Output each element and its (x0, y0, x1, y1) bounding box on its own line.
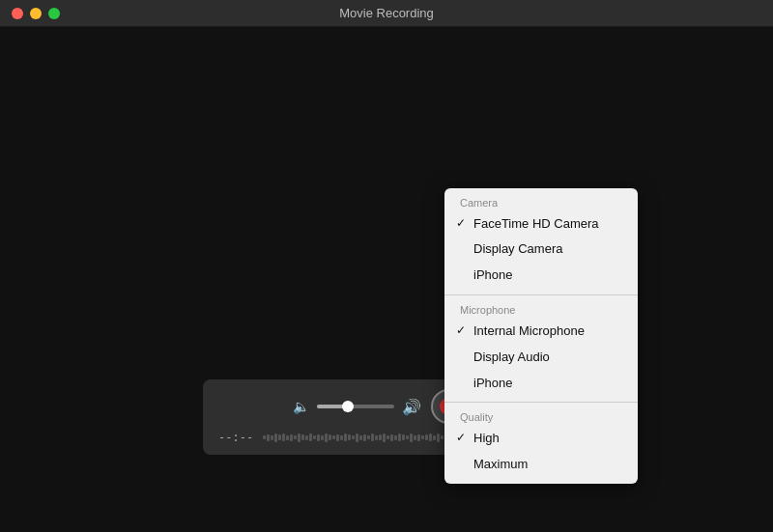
audio-bar (386, 435, 389, 439)
microphone-item-iphone[interactable]: iPhone (444, 371, 638, 397)
audio-bar (294, 435, 297, 439)
volume-high-icon: 🔊 (402, 398, 421, 416)
audio-bar (344, 434, 347, 441)
camera-item-display[interactable]: Display Camera (444, 237, 638, 263)
audio-bar (367, 435, 370, 439)
maximize-button[interactable] (48, 8, 60, 19)
audio-bar (290, 434, 293, 441)
audio-bar (410, 434, 413, 442)
audio-bar (321, 435, 324, 440)
volume-knob[interactable] (342, 401, 354, 412)
audio-bar (286, 435, 289, 440)
title-bar: Movie Recording (0, 0, 773, 27)
audio-bar (441, 435, 444, 439)
camera-header: Camera (444, 194, 638, 211)
audio-bar (325, 434, 328, 442)
audio-bar (301, 434, 304, 440)
audio-bar (329, 434, 331, 440)
audio-bar (429, 434, 432, 441)
quality-header: Quality (444, 408, 638, 426)
volume-section: 🔈 🔊 (293, 398, 421, 416)
time-display: --:-- (218, 431, 253, 444)
audio-bar (375, 435, 378, 440)
audio-bar (332, 435, 335, 439)
audio-bar (267, 434, 270, 441)
microphone-section: Microphone Internal Microphone Display A… (444, 295, 638, 403)
microphone-item-internal[interactable]: Internal Microphone (444, 319, 638, 345)
audio-bar (363, 434, 366, 441)
audio-bar (406, 435, 409, 439)
audio-bar (383, 434, 386, 442)
audio-bar (313, 435, 316, 439)
camera-section: Camera FaceTime HD Camera Display Camera… (444, 188, 638, 295)
audio-bar (398, 434, 401, 441)
camera-item-iphone[interactable]: iPhone (444, 263, 638, 289)
microphone-item-display-audio[interactable]: Display Audio (444, 345, 638, 371)
audio-bar (263, 435, 266, 439)
audio-bar (417, 434, 420, 441)
audio-bar (394, 435, 397, 440)
audio-bar (340, 435, 343, 440)
audio-bar (390, 434, 393, 441)
audio-bar (348, 434, 351, 440)
audio-bar (274, 434, 277, 442)
audio-bar (414, 435, 416, 440)
audio-bar (309, 434, 312, 441)
volume-slider[interactable] (317, 405, 394, 408)
audio-bar (317, 434, 320, 441)
close-button[interactable] (12, 8, 23, 19)
audio-bar (336, 434, 339, 441)
quality-item-maximum[interactable]: Maximum (444, 452, 638, 478)
audio-bar (356, 434, 358, 442)
volume-low-icon: 🔈 (293, 399, 309, 414)
audio-bar (379, 434, 382, 440)
audio-bar (402, 434, 405, 440)
audio-bar (433, 435, 436, 440)
window-controls[interactable] (12, 8, 60, 19)
audio-bar (278, 434, 281, 440)
audio-bar (437, 434, 440, 442)
microphone-header: Microphone (444, 301, 638, 319)
minimize-button[interactable] (30, 8, 42, 19)
audio-bar (352, 435, 355, 439)
audio-bar (371, 434, 374, 441)
quality-section: Quality High Maximum (444, 403, 638, 484)
window-title: Movie Recording (339, 6, 434, 20)
audio-bar (359, 435, 362, 440)
audio-bar (271, 435, 273, 440)
audio-bar (425, 434, 428, 440)
camera-item-facetime[interactable]: FaceTime HD Camera (444, 211, 638, 238)
audio-bar (282, 434, 285, 441)
audio-bar (421, 435, 424, 439)
audio-bar (298, 434, 301, 442)
main-content: 🔈 🔊 ▾ --:-- (0, 27, 773, 532)
audio-bar (305, 435, 308, 440)
quality-item-high[interactable]: High (444, 426, 638, 452)
dropdown-menu: Camera FaceTime HD Camera Display Camera… (444, 188, 638, 484)
